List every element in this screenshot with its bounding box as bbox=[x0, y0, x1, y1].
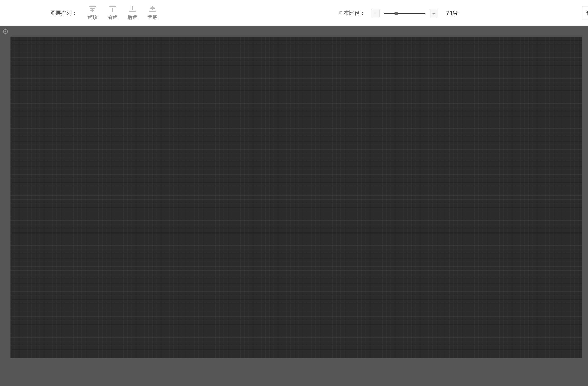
zoom-slider[interactable] bbox=[384, 13, 425, 14]
svg-rect-6 bbox=[132, 6, 133, 10]
zoom-value: 71% bbox=[446, 10, 459, 17]
svg-rect-7 bbox=[129, 11, 136, 12]
bring-to-top-button[interactable]: 置顶 bbox=[85, 5, 99, 21]
svg-rect-11 bbox=[149, 11, 156, 12]
send-to-bottom-button[interactable]: 置底 bbox=[145, 5, 160, 21]
send-backward-button[interactable]: 后置 bbox=[125, 5, 140, 21]
canvas-origin-toggle[interactable] bbox=[2, 28, 9, 35]
bring-forward-icon bbox=[109, 6, 116, 12]
svg-rect-1 bbox=[92, 7, 93, 12]
zoom-out-button[interactable]: − bbox=[371, 9, 379, 17]
canvas-area bbox=[0, 26, 588, 386]
svg-rect-4 bbox=[109, 6, 116, 7]
layer-arrange-section: 图层排列： 置顶 前置 bbox=[50, 5, 160, 21]
send-to-bottom-icon bbox=[149, 6, 156, 12]
svg-point-13 bbox=[5, 31, 6, 32]
canvas[interactable] bbox=[10, 37, 582, 358]
svg-rect-3 bbox=[90, 10, 94, 11]
zoom-in-button[interactable]: + bbox=[430, 9, 438, 17]
preview-button-label: 预 bbox=[586, 10, 588, 16]
bring-to-top-icon bbox=[88, 6, 96, 12]
bring-to-top-label: 置顶 bbox=[87, 14, 97, 21]
send-backward-label: 后置 bbox=[127, 14, 137, 21]
toolbar: 图层排列： 置顶 前置 bbox=[0, 0, 588, 26]
svg-rect-2 bbox=[90, 8, 95, 9]
bring-forward-label: 前置 bbox=[107, 14, 117, 21]
plus-icon: + bbox=[432, 10, 435, 16]
preview-button[interactable]: 预 bbox=[582, 6, 588, 20]
zoom-slider-handle[interactable] bbox=[395, 12, 398, 15]
zoom-section: 画布比例： − + 71% bbox=[338, 9, 459, 17]
zoom-label: 画布比例： bbox=[338, 9, 365, 17]
minus-icon: − bbox=[374, 10, 377, 16]
send-to-bottom-label: 置底 bbox=[147, 14, 157, 21]
target-icon bbox=[2, 29, 8, 34]
svg-rect-5 bbox=[112, 7, 113, 12]
svg-rect-0 bbox=[89, 6, 96, 7]
bring-forward-button[interactable]: 前置 bbox=[105, 5, 120, 21]
layer-arrange-label: 图层排列： bbox=[50, 9, 77, 17]
svg-rect-10 bbox=[152, 6, 153, 10]
send-backward-icon bbox=[129, 6, 136, 12]
